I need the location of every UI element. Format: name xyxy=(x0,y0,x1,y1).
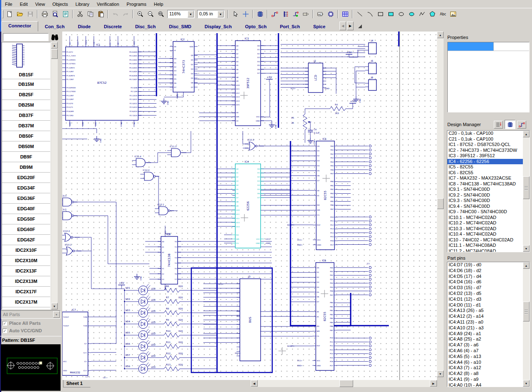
pin-row[interactable]: IC4:D3 (15) - d7 xyxy=(447,285,530,291)
component-row[interactable]: IC9 - 74HC00 - SN74HC00D xyxy=(447,209,530,215)
part-list-item[interactable]: DB50F xyxy=(2,131,50,141)
zoom-window-button[interactable] xyxy=(156,10,166,19)
draw-filled-rectangle-button[interactable] xyxy=(386,10,395,19)
pin-row[interactable]: IC4:D1 (12) - d3 xyxy=(447,297,530,302)
properties-grid-header[interactable] xyxy=(448,42,529,51)
scroll-up-button[interactable]: ▲ xyxy=(523,131,530,137)
draw-polyline-button[interactable] xyxy=(417,10,427,19)
nets-view-button[interactable] xyxy=(517,121,526,129)
scroll-right-button[interactable]: ▶ xyxy=(430,380,437,387)
pin-row[interactable]: IC4:A1 (9) - a9 xyxy=(447,377,530,382)
zoom-level-combo[interactable]: 116%▼ xyxy=(167,10,195,18)
component-row[interactable]: IC11.1 - MC74HC08AD xyxy=(447,243,530,248)
part-list-item[interactable]: IDC2X10M xyxy=(2,256,50,266)
paste-button[interactable] xyxy=(96,10,105,19)
update-list-button[interactable] xyxy=(494,121,503,129)
menu-library[interactable]: Library xyxy=(72,1,93,7)
scroll-down-button[interactable]: ▼ xyxy=(523,245,530,252)
part-list-item[interactable]: IDC2X13F xyxy=(2,266,50,276)
part-list-scrollbar[interactable]: ▲▼ xyxy=(51,42,58,309)
net-port-button[interactable] xyxy=(301,10,310,19)
tab-overflow-icon[interactable] xyxy=(358,24,362,28)
component-row[interactable]: IC10.3 - MC74HC02AD xyxy=(447,226,530,232)
canvas-hscrollbar[interactable]: ◀▶ xyxy=(251,380,437,387)
part-list-item[interactable]: DB9F xyxy=(2,152,50,162)
open-button[interactable] xyxy=(15,10,24,19)
place-all-parts-checkbox[interactable]: ✓ Place All Parts xyxy=(2,320,41,326)
part-list-item[interactable]: IDC2X10F xyxy=(2,245,50,256)
part-list-item[interactable]: EDG40F xyxy=(2,204,50,214)
tab-scroll-left-button[interactable]: ◀ xyxy=(339,22,346,30)
menu-file[interactable]: File xyxy=(1,1,16,7)
pin-row[interactable]: IC4:D7 (19) - d0 xyxy=(447,262,530,268)
tab-connector[interactable]: Connector xyxy=(1,21,38,32)
draw-rectangle-button[interactable] xyxy=(376,10,385,19)
pin-row[interactable]: IC4:A3 (7) - a12 xyxy=(447,365,530,371)
component-row[interactable]: IC10.1 - MC74HC02AD xyxy=(447,215,530,221)
component-row[interactable]: C21 - 0,1uk - CAP100 xyxy=(447,136,530,142)
pin-row[interactable]: IC4:A6 (4) - a7 xyxy=(447,348,530,354)
schematic-canvas[interactable]: IC187C52P1.0/T2P1.1_T2EXP1.2/RXD1P1.3/TX… xyxy=(62,32,437,380)
part-list-item[interactable]: DB37M xyxy=(2,121,50,131)
part-list-item[interactable]: DB15M xyxy=(2,79,50,90)
part-list-item[interactable]: IDC2X13M xyxy=(2,276,50,287)
part-filter-select[interactable]: All Parts ▼ xyxy=(1,310,61,319)
pin-row[interactable]: IC4:D6 (18) - d2 xyxy=(447,268,530,274)
chevron-down-icon[interactable]: ▼ xyxy=(217,11,224,17)
checkbox-icon[interactable]: ✓ xyxy=(2,329,7,333)
menu-verification[interactable]: Verification xyxy=(93,1,123,7)
part-list-item[interactable]: EDG62F xyxy=(2,235,50,245)
pin-row[interactable]: IC4:D5 (17) - d4 xyxy=(447,274,530,280)
component-row[interactable]: IC9.1 - SN74HC00D xyxy=(447,187,530,192)
pin-row[interactable]: IC4:A0 (10) - A4 xyxy=(447,382,530,387)
undo-button[interactable] xyxy=(110,10,120,19)
components-view-button[interactable] xyxy=(505,120,515,129)
component-row[interactable]: IC10.2 - MC74HC02AD xyxy=(447,220,530,226)
menu-programs[interactable]: Programs xyxy=(123,1,150,7)
search-button[interactable] xyxy=(50,33,60,41)
toolbar-gripper[interactable] xyxy=(2,10,3,18)
print-button[interactable] xyxy=(40,10,49,19)
part-list-item[interactable]: EDG60F xyxy=(2,224,50,235)
part-list-item[interactable]: EDG34F xyxy=(2,183,50,193)
zoom-out-button[interactable] xyxy=(146,10,155,19)
part-list-item[interactable]: DB37F xyxy=(2,110,50,121)
menu-help[interactable]: Help xyxy=(150,1,167,7)
menu-objects[interactable]: Objects xyxy=(49,1,71,7)
component-row[interactable]: IC5 - 82C55 xyxy=(447,164,530,170)
tab-disc_smd[interactable]: Disc_SMD xyxy=(162,22,198,32)
component-row[interactable]: IC3 - 39F512 - 39F512 xyxy=(447,153,530,159)
tab-opto_sch[interactable]: Opto_Sch xyxy=(238,22,273,32)
save-button[interactable] xyxy=(25,10,35,19)
chevron-down-icon[interactable]: ▼ xyxy=(188,11,194,17)
scroll-down-button[interactable]: ▼ xyxy=(437,370,444,377)
part-list-item[interactable]: DB25F xyxy=(2,90,50,100)
pin-row[interactable]: IC4:A9 (24) - a1 xyxy=(447,331,530,337)
search-input[interactable] xyxy=(3,33,49,41)
draw-arc-button[interactable] xyxy=(365,10,375,19)
place-bus-button[interactable] xyxy=(280,10,290,19)
zoom-in-button[interactable] xyxy=(135,10,145,19)
part-list-item-selected[interactable]: DB15F xyxy=(2,42,50,79)
scroll-thumb[interactable] xyxy=(523,176,530,199)
pin-row[interactable]: IC4:A4 (6) - a10 xyxy=(447,360,530,365)
part-list-item[interactable]: EDG50F xyxy=(2,214,50,224)
properties-grid[interactable] xyxy=(447,42,530,112)
scroll-left-button[interactable]: ◀ xyxy=(251,380,258,387)
scroll-down-button[interactable]: ▼ xyxy=(51,303,58,309)
pin-row[interactable]: IC4:A8 (25) - a2 xyxy=(447,336,530,342)
print-preview-button[interactable] xyxy=(50,10,60,19)
part-list-item[interactable]: DB9M xyxy=(2,162,50,173)
component-row[interactable]: IC10.4 - MC74HC02AD xyxy=(447,231,530,237)
pin-row[interactable]: IC4:A12 (2) - a14 xyxy=(447,314,530,319)
draw-text-button[interactable]: Abc xyxy=(438,10,447,19)
pin-row[interactable]: IC4:A11 (23) - a0 xyxy=(447,319,530,325)
part-list-item[interactable]: EDG36F xyxy=(2,193,50,204)
cut-button[interactable] xyxy=(75,10,85,19)
component-row[interactable]: IC11.2 - MC74HC08AD xyxy=(447,248,530,253)
part-list-item[interactable]: DB50M xyxy=(2,141,50,152)
place-component-button[interactable] xyxy=(255,10,265,19)
spreadsheet-button[interactable] xyxy=(340,10,350,19)
tab-discrete[interactable]: Discrete xyxy=(97,22,128,32)
scroll-thumb[interactable] xyxy=(437,198,444,209)
